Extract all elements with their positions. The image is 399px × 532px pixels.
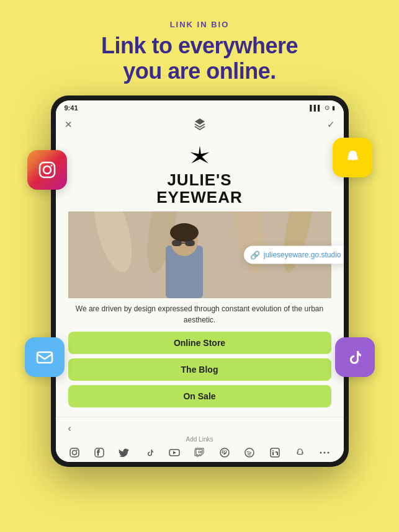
browser-bar: ✕ ✓	[56, 114, 344, 137]
back-arrow[interactable]: ‹	[62, 421, 338, 436]
brand-star-icon	[68, 144, 331, 170]
online-store-button[interactable]: Online Store	[68, 332, 331, 354]
nav-pinterest-icon[interactable]	[218, 446, 231, 459]
svg-point-17	[72, 450, 76, 454]
mail-icon[interactable]	[25, 337, 65, 377]
nav-more-icon[interactable]	[318, 446, 331, 459]
nav-instagram-icon[interactable]	[68, 446, 81, 459]
signal-icon: ▌▌▌	[310, 105, 321, 111]
hero-image: 🔗 julieseyeware.go.studio	[68, 211, 331, 298]
url-text: julieseyeware.go.studio	[264, 250, 341, 259]
svg-point-12	[170, 223, 199, 242]
layers-icon	[193, 117, 207, 133]
svg-rect-0	[40, 162, 55, 177]
svg-point-2	[50, 164, 52, 166]
subtitle-label: LINK IN BIO	[101, 20, 298, 29]
svg-point-29	[320, 451, 322, 453]
heading-line1: Link to everywhere	[101, 33, 298, 58]
nav-linkedin-icon[interactable]	[268, 446, 282, 459]
nav-tiktok-icon[interactable]	[143, 446, 156, 459]
nav-spotify-icon[interactable]	[243, 446, 256, 459]
nav-twitter-icon[interactable]	[117, 446, 131, 459]
tablet-device: 9:41 ▌▌▌ ⊙ ▮ ✕ ✓	[51, 95, 349, 467]
battery-icon: ▮	[332, 105, 335, 111]
svg-point-25	[245, 448, 254, 457]
svg-point-28	[272, 450, 274, 451]
nav-youtube-icon[interactable]	[168, 446, 181, 459]
on-sale-button[interactable]: On Sale	[68, 385, 331, 407]
status-bar: 9:41 ▌▌▌ ⊙ ▮	[56, 100, 344, 114]
svg-point-1	[43, 166, 51, 174]
svg-marker-21	[173, 451, 176, 454]
svg-marker-4	[190, 146, 209, 164]
nav-twitch-icon[interactable]	[192, 446, 206, 459]
tablet-screen: 9:41 ▌▌▌ ⊙ ▮ ✕ ✓	[56, 100, 344, 462]
snapchat-icon[interactable]	[333, 138, 372, 177]
brand-line2: EYEWEAR	[156, 188, 242, 206]
status-icons: ▌▌▌ ⊙ ▮	[310, 104, 334, 111]
the-blog-button[interactable]: The Blog	[68, 358, 331, 381]
bottom-bar: ‹ Add Links	[56, 417, 344, 462]
svg-rect-3	[37, 352, 52, 363]
svg-point-31	[328, 451, 330, 453]
add-links-label: Add Links	[62, 436, 338, 443]
svg-rect-23	[200, 451, 202, 453]
nav-facebook-icon[interactable]	[92, 446, 106, 459]
brand-line1: JULIE'S	[167, 171, 231, 189]
nav-icons	[62, 446, 338, 459]
svg-rect-27	[272, 452, 274, 455]
description-text: We are driven by design expressed throug…	[68, 303, 331, 326]
wifi-icon: ⊙	[325, 104, 330, 111]
svg-rect-13	[172, 240, 182, 246]
heading-line2: you are online.	[123, 58, 276, 84]
svg-point-30	[324, 451, 326, 453]
header-section: LINK IN BIO Link to everywhere you are o…	[101, 0, 298, 95]
status-time: 9:41	[65, 104, 78, 112]
url-pill[interactable]: 🔗 julieseyeware.go.studio	[244, 246, 344, 264]
brand-name: JULIE'S EYEWEAR	[68, 171, 331, 206]
main-heading: Link to everywhere you are online.	[101, 33, 298, 84]
link-icon: 🔗	[250, 250, 260, 259]
tiktok-icon[interactable]	[335, 337, 375, 377]
tablet-wrapper: 9:41 ▌▌▌ ⊙ ▮ ✕ ✓	[51, 95, 349, 467]
svg-rect-14	[185, 240, 195, 246]
check-icon[interactable]: ✓	[327, 119, 335, 130]
page-content: JULIE'S EYEWEAR	[56, 137, 344, 417]
instagram-icon[interactable]	[27, 150, 67, 190]
svg-rect-16	[70, 448, 79, 457]
svg-rect-22	[199, 451, 200, 453]
svg-point-18	[76, 450, 78, 451]
svg-point-24	[220, 448, 229, 457]
nav-snapchat-icon2[interactable]	[293, 446, 307, 459]
close-icon[interactable]: ✕	[65, 119, 73, 130]
